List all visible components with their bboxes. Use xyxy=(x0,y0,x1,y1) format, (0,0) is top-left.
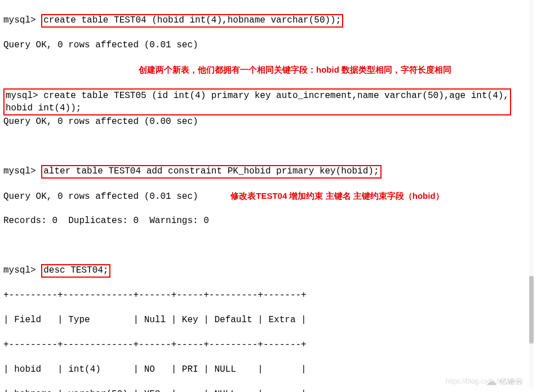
command-desc-test04: desc TEST04; xyxy=(41,264,110,278)
comment-alter-pk: 修改表TEST04 增加约束 主键名 主键约束字段（hobid） xyxy=(230,191,444,201)
output-row: Query OK, 0 rows affected (0.01 sec) xyxy=(3,39,531,51)
output-row: Query OK, 0 rows affected (0.01 sec) xyxy=(3,191,198,202)
table-row: | hobid | int(4) | NO | PRI | NULL | | xyxy=(3,363,531,376)
command-create-test05: mysql> create table TEST05 (id int(4) pr… xyxy=(3,88,511,115)
command-create-test05-line2: hobid int(4)); xyxy=(6,102,509,114)
command-create-test05-line1: create table TEST05 (id int(4) primary k… xyxy=(43,91,509,101)
mysql-prompt: mysql> xyxy=(3,265,36,275)
mysql-prompt: mysql> xyxy=(3,15,36,25)
cloud-icon: ☁ xyxy=(486,375,497,387)
watermark-logo: ☁ 亿速云 xyxy=(486,375,523,387)
command-alter-test04-pk: alter table TEST04 add constraint PK_hob… xyxy=(41,165,381,179)
terminal-output: mysql> create table TEST04 (hobid int(4)… xyxy=(0,0,534,389)
output-row: Records: 0 Duplicates: 0 Warnings: 0 xyxy=(3,215,531,227)
table-separator: +---------+-------------+------+-----+--… xyxy=(3,338,531,351)
table-separator: +---------+-------------+------+-----+--… xyxy=(3,289,531,301)
scrollbar-track[interactable] xyxy=(529,0,534,389)
scrollbar-thumb[interactable] xyxy=(529,276,534,344)
comment-create-tables: 创建两个新表，他们都拥有一个相同关键字段：hobid 数据类型相同，字符长度相同 xyxy=(139,65,451,74)
watermark-logo-text: 亿速云 xyxy=(499,375,523,387)
table-header: | Field | Type | Null | Key | Default | … xyxy=(3,314,531,326)
mysql-prompt: mysql> xyxy=(3,166,36,176)
mysql-prompt: mysql> xyxy=(6,91,38,101)
output-row: Query OK, 0 rows affected (0.00 sec) xyxy=(3,115,531,128)
table-row: | hobname | varchar(50) | YES | | NULL |… xyxy=(3,388,531,392)
command-create-test04: create table TEST04 (hobid int(4),hobnam… xyxy=(41,14,343,28)
